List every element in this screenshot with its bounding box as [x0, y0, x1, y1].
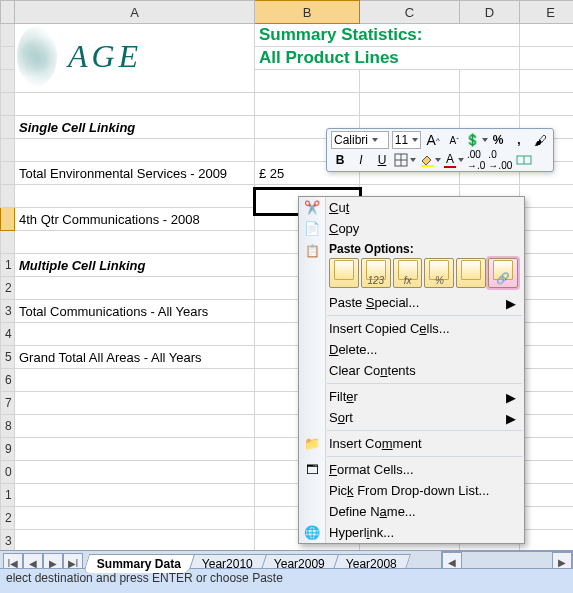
- menu-clear-contents[interactable]: Clear Contents: [299, 360, 524, 381]
- context-menu[interactable]: ✂️ Cut 📄 Copy 📋 Paste Options: 123 fx % …: [298, 196, 525, 544]
- age-logo: AGE: [17, 26, 167, 86]
- section-header-single: Single Cell Linking: [15, 116, 255, 139]
- section-header-multi: Multiple Cell Linking: [15, 254, 255, 277]
- merge-button[interactable]: [515, 151, 533, 169]
- title-line-1: Summary Statistics:: [255, 24, 520, 47]
- comma-button[interactable]: ,: [510, 131, 528, 149]
- copy-icon: 📄: [303, 220, 321, 238]
- paste-options-grid: 123 fx % 🔗: [299, 256, 524, 292]
- accounting-format-button[interactable]: 💲: [466, 131, 486, 149]
- merge-icon: [516, 153, 532, 167]
- menu-copy[interactable]: 📄 Copy: [299, 218, 524, 239]
- chevron-down-icon: [482, 138, 488, 142]
- title-line-2: All Product Lines: [255, 47, 520, 70]
- column-header-row[interactable]: A B C D E: [1, 1, 574, 24]
- comment-icon: 📁: [303, 435, 321, 453]
- increase-decimal-button[interactable]: .0→.00: [488, 151, 512, 169]
- chevron-down-icon: [372, 138, 378, 142]
- submenu-arrow-icon: ▶: [506, 389, 516, 404]
- brush-icon: 🖌: [534, 133, 547, 148]
- font-combo[interactable]: Calibri: [331, 131, 389, 149]
- sheet-tab-summary[interactable]: Summary Data: [83, 554, 195, 573]
- col-header-C[interactable]: C: [360, 1, 460, 24]
- bold-button[interactable]: B: [331, 151, 349, 169]
- format-cells-icon: 🗔: [303, 461, 321, 479]
- shrink-font-button[interactable]: Aˇ: [445, 131, 463, 149]
- row-label-qtr4comm: 4th Qtr Communications - 2008: [15, 208, 255, 231]
- decrease-decimal-button[interactable]: .00→.0: [467, 151, 485, 169]
- paste-option-values[interactable]: 123: [361, 258, 391, 288]
- col-header-A[interactable]: A: [15, 1, 255, 24]
- col-header-E[interactable]: E: [520, 1, 574, 24]
- fontsize-combo[interactable]: 11: [392, 131, 421, 149]
- paste-option-nob[interactable]: [456, 258, 486, 288]
- menu-pick-list[interactable]: Pick From Drop-down List...: [299, 480, 524, 501]
- menu-format-cells[interactable]: 🗔 Format Cells...: [299, 459, 524, 480]
- italic-button[interactable]: I: [352, 151, 370, 169]
- menu-insert-comment[interactable]: 📁 Insert Comment: [299, 433, 524, 454]
- fill-color-button[interactable]: [419, 151, 441, 169]
- paste-option-link[interactable]: 🔗: [488, 258, 518, 288]
- paste-options-label: 📋 Paste Options:: [299, 239, 524, 256]
- menu-delete[interactable]: Delete...: [299, 339, 524, 360]
- row-label-totcomm: Total Communications - All Years: [15, 300, 255, 323]
- globe-icon: 🌐: [303, 524, 321, 542]
- cell-logo: AGE: [15, 24, 255, 93]
- clipboard-icon: 📋: [303, 242, 321, 260]
- mini-toolbar[interactable]: Calibri 11 A^ Aˇ 💲 % , 🖌 B I U A .00→.0 …: [326, 128, 554, 172]
- submenu-arrow-icon: ▶: [506, 410, 516, 425]
- menu-paste-special[interactable]: Paste Special... ▶: [299, 292, 524, 313]
- row-label-grand: Grand Total All Areas - All Years: [15, 346, 255, 369]
- status-text: elect destination and press ENTER or cho…: [6, 571, 283, 585]
- submenu-arrow-icon: ▶: [506, 295, 516, 310]
- format-painter-button[interactable]: 🖌: [531, 131, 549, 149]
- col-header-D[interactable]: D: [460, 1, 520, 24]
- border-button[interactable]: [394, 151, 416, 169]
- menu-insert-copied[interactable]: Insert Copied Cells...: [299, 318, 524, 339]
- menu-hyperlink[interactable]: 🌐 Hyperlink...: [299, 522, 524, 543]
- chevron-down-icon: [412, 138, 418, 142]
- grow-font-button[interactable]: A^: [424, 131, 442, 149]
- paste-option-formatting[interactable]: %: [424, 258, 454, 288]
- border-icon: [394, 153, 408, 167]
- percent-button[interactable]: %: [489, 131, 507, 149]
- paste-option-all[interactable]: [329, 258, 359, 288]
- col-header-B[interactable]: B: [255, 1, 360, 24]
- bucket-icon: [419, 153, 433, 167]
- menu-filter[interactable]: Filter▶: [299, 386, 524, 407]
- svg-rect-3: [421, 165, 433, 167]
- menu-cut[interactable]: ✂️ Cut: [299, 197, 524, 218]
- row-label-env2009: Total Environmental Services - 2009: [15, 162, 255, 185]
- font-color-button[interactable]: A: [444, 151, 464, 169]
- select-all-corner[interactable]: [1, 1, 15, 24]
- underline-button[interactable]: U: [373, 151, 391, 169]
- paste-option-formulas[interactable]: fx: [393, 258, 423, 288]
- scissors-icon: ✂️: [303, 199, 321, 217]
- menu-sort[interactable]: Sort▶: [299, 407, 524, 428]
- link-icon: 🔗: [496, 272, 510, 285]
- menu-define-name[interactable]: Define Name...: [299, 501, 524, 522]
